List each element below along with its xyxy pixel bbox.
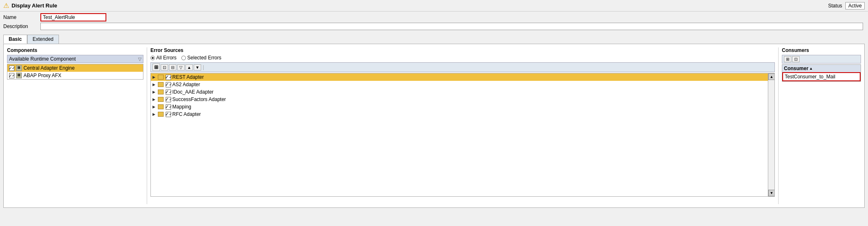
error-sources-column: Error Sources All Errors Selected Errors… <box>147 47 779 204</box>
comp-item-central[interactable]: ✓ ▦ Central Adapter Engine <box>7 64 143 72</box>
form-section: Name Test_AlertRule Description <box>0 12 868 33</box>
tree-label-rest: REST Adapter <box>172 74 204 80</box>
scroll-down-btn[interactable]: ▼ <box>768 190 775 196</box>
error-sources-header: Error Sources <box>150 47 775 53</box>
tree-item-idoc[interactable]: ▶ ✓ IDoc_AAE Adapter <box>151 88 774 96</box>
error-tree: ▶ ✓ REST Adapter ▶ ✓ AS2 Adapter <box>150 73 775 197</box>
radio-all-errors[interactable]: All Errors <box>150 55 176 61</box>
tree-label-sf: SuccessFactors Adapter <box>172 97 226 102</box>
toolbar-btn-tree1[interactable]: ⊟ <box>169 64 176 71</box>
title-left: ⚠ Display Alert Rule <box>3 2 57 9</box>
consumers-column-header: Consumer ▲ <box>782 65 861 72</box>
consumer-item-mail[interactable]: TestConsumer_to_Mail <box>782 72 861 81</box>
consumers-header: Consumers <box>782 47 861 53</box>
comp-item-abap[interactable]: ✓ ▦ ABAP Proxy AFX <box>7 72 143 79</box>
filter-icon: ▽ <box>138 56 141 62</box>
scroll-up-btn[interactable]: ▲ <box>768 73 775 80</box>
radio-selected-errors[interactable]: Selected Errors <box>181 55 221 61</box>
tree-folder-sf <box>158 97 164 102</box>
tree-arrow-rest: ▶ <box>152 75 157 79</box>
consumers-toolbar-btn1[interactable]: ⊞ <box>784 56 791 62</box>
consumer-label-mail: TestConsumer_to_Mail <box>785 74 835 80</box>
comp-icon-central: ▦ <box>16 65 22 71</box>
toolbar-available-text: Available Runtime Component <box>9 56 138 62</box>
toolbar-btn-down[interactable]: ▼ <box>194 64 201 71</box>
tree-label-idoc: IDoc_AAE Adapter <box>172 89 213 95</box>
tree-item-rfc[interactable]: ▶ ✓ RFC Adapter <box>151 111 774 118</box>
description-label: Description <box>3 24 40 29</box>
tree-folder-rest <box>158 75 164 80</box>
radio-selected-btn[interactable] <box>181 56 186 60</box>
tree-label-rfc: RFC Adapter <box>172 111 201 117</box>
status-label: Status <box>828 3 842 9</box>
tree-cb-sf[interactable]: ✓ <box>166 97 171 102</box>
comp-checkbox-central[interactable]: ✓ <box>9 66 14 71</box>
radio-all-label: All Errors <box>156 55 176 61</box>
tree-cb-idoc[interactable]: ✓ <box>166 89 171 95</box>
tree-folder-as2 <box>158 82 164 87</box>
toolbar-btn-collapse[interactable]: ⊡ <box>161 64 168 71</box>
consumers-toolbar: ⊞ ⊡ <box>782 55 861 64</box>
name-value: Test_AlertRule <box>40 13 106 21</box>
components-toolbar: Available Runtime Component ▽ <box>7 55 143 63</box>
tree-arrow-idoc: ▶ <box>152 90 157 94</box>
tree-item-mapping[interactable]: ▶ ✓ Mapping <box>151 103 774 111</box>
tree-arrow-mapping: ▶ <box>152 105 157 109</box>
scroll-track <box>768 80 774 190</box>
tree-folder-mapping <box>158 104 164 109</box>
tree-cb-rest[interactable]: ✓ <box>166 75 171 80</box>
comp-checkbox-abap[interactable]: ✓ <box>9 73 14 78</box>
name-label: Name <box>3 14 40 20</box>
error-toolbar: ⊞ ⊡ ⊟ ▽ ▲ ▼ | <box>150 62 775 72</box>
main-container: ⚠ Display Alert Rule Status Active Name … <box>0 0 868 226</box>
components-list: ✓ ▦ Central Adapter Engine ✓ ▦ ABAP Prox… <box>7 64 143 80</box>
tree-cb-as2[interactable]: ✓ <box>166 82 171 87</box>
components-column: Components Available Runtime Component ▽… <box>7 47 147 204</box>
components-header: Components <box>7 47 143 53</box>
sort-asc-icon: ▲ <box>809 66 813 71</box>
alert-icon: ⚠ <box>3 2 9 9</box>
tab-content: Components Available Runtime Component ▽… <box>3 44 865 208</box>
comp-label-central: Central Adapter Engine <box>23 65 75 71</box>
title-right: Status Active <box>828 2 865 9</box>
tree-label-mapping: Mapping <box>172 104 191 110</box>
consumers-toolbar-btn2[interactable]: ⊡ <box>792 56 800 62</box>
tree-arrow-as2: ▶ <box>152 82 157 87</box>
tree-folder-idoc <box>158 89 164 94</box>
tree-folder-rfc <box>158 112 164 117</box>
comp-label-abap: ABAP Proxy AFX <box>23 73 61 78</box>
comp-icon-abap: ▦ <box>16 73 22 78</box>
toolbar-btn-expand-all[interactable]: ⊞ <box>152 64 160 71</box>
name-row: Name Test_AlertRule <box>3 13 865 21</box>
toolbar-separator: | <box>203 64 204 70</box>
consumers-col-label: Consumer <box>784 66 808 71</box>
status-value: Active <box>845 2 865 9</box>
description-row: Description <box>3 23 865 30</box>
tabs: Basic Extended <box>3 35 865 44</box>
columns-container: Components Available Runtime Component ▽… <box>7 47 861 204</box>
description-value <box>40 23 863 30</box>
consumers-list: Consumer ▲ TestConsumer_to_Mail <box>782 64 861 82</box>
consumers-column: Consumers ⊞ ⊡ Consumer ▲ TestConsumer_to… <box>779 47 861 204</box>
radio-selected-label: Selected Errors <box>187 55 221 61</box>
toolbar-btn-filter[interactable]: ▽ <box>177 64 185 71</box>
tree-scrollbar: ▲ ▼ <box>768 73 774 196</box>
tree-cb-mapping[interactable]: ✓ <box>166 104 171 110</box>
title-bar: ⚠ Display Alert Rule Status Active <box>0 0 868 12</box>
tree-arrow-rfc: ▶ <box>152 112 157 116</box>
radio-all-btn[interactable] <box>150 56 155 60</box>
tree-item-as2[interactable]: ▶ ✓ AS2 Adapter <box>151 81 774 88</box>
tree-item-rest[interactable]: ▶ ✓ REST Adapter <box>151 73 774 81</box>
tab-basic[interactable]: Basic <box>3 35 27 44</box>
tree-arrow-sf: ▶ <box>152 97 157 101</box>
tree-label-as2: AS2 Adapter <box>172 82 200 87</box>
radio-group: All Errors Selected Errors <box>150 55 775 61</box>
tree-item-sf[interactable]: ▶ ✓ SuccessFactors Adapter <box>151 96 774 103</box>
toolbar-btn-up[interactable]: ▲ <box>185 64 193 71</box>
tree-cb-rfc[interactable]: ✓ <box>166 112 171 117</box>
tabs-container: Basic Extended Components Available Runt… <box>0 33 868 208</box>
page-title: Display Alert Rule <box>12 2 57 9</box>
tab-extended[interactable]: Extended <box>27 35 59 44</box>
